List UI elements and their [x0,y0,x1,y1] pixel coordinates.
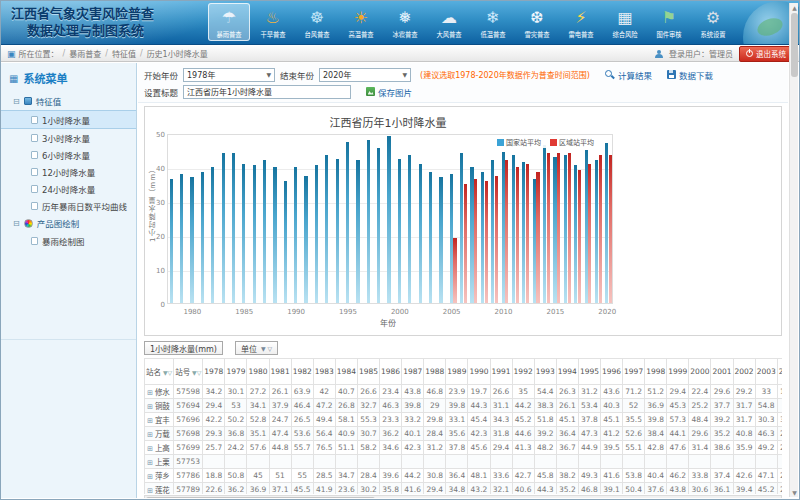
toolbar-item-暴雨普查[interactable]: ☂暴雨普查 [208,3,250,41]
column-header-year[interactable]: 1998 [645,359,667,385]
expand-icon[interactable]: ⊞ [147,431,153,439]
expand-icon[interactable]: ⊞ [147,487,153,494]
column-header-year[interactable]: 1979 [225,359,247,385]
value-cell: 50.4 [623,483,645,495]
sort-filter-icon[interactable]: ▼▽ [161,369,172,376]
column-header-year[interactable]: 1981 [269,359,291,385]
chart-title-input[interactable]: 江西省历年1小时降水量 [183,85,351,99]
chart-bar [553,157,556,303]
scroll-up-arrow-icon[interactable]: ▲ [790,3,799,12]
column-header-year[interactable]: 1997 [623,359,645,385]
column-header-year[interactable]: 1989 [446,359,468,385]
column-header-year[interactable]: 2003 [755,359,777,385]
value-cell: 23.6 [335,483,357,495]
value-cell: 39.2 [777,413,782,427]
toolbar-item-台风普查[interactable]: ☸台风普查 [296,3,338,41]
y-tick-label: 30 [151,199,165,207]
column-header-year[interactable]: 2002 [733,359,755,385]
expand-icon[interactable]: ⊞ [147,459,153,467]
column-header-year[interactable]: 1983 [313,359,335,385]
save-image-button[interactable]: 保存图片 [366,86,412,98]
column-header-站号[interactable]: 站号 ▼▽ [174,359,203,385]
value-cell: 25 [777,399,782,413]
breadcrumb-label: 所在位置： [19,48,59,59]
column-header-year[interactable]: 1988 [424,359,446,385]
toolbar-item-冰雹普查[interactable]: ❅冰雹普查 [384,3,426,41]
vertical-scrollbar-thumb[interactable] [791,13,798,77]
sidebar-group-产品图绘制[interactable]: ⊟产品图绘制 [1,214,136,232]
value-cell [578,455,600,469]
column-header-year[interactable]: 1994 [556,359,578,385]
station-name-cell: ⊞上高 [145,441,174,455]
value-cell: 29.4 [667,385,689,399]
chart-bar [387,136,390,303]
sidebar-item-12小时降水量[interactable]: 12小时降水量 [1,163,136,180]
column-header-year[interactable]: 1993 [534,359,556,385]
column-header-year[interactable]: 2000 [689,359,711,385]
column-header-year[interactable]: 1992 [512,359,534,385]
sidebar-item-历年暴雨日数平均曲线[interactable]: 历年暴雨日数平均曲线 [1,197,136,214]
sidebar-tree: ⊟特征值1小时降水量3小时降水量6小时降水量12小时降水量24小时降水量历年暴雨… [1,92,136,249]
column-header-year[interactable]: 1984 [335,359,357,385]
column-header-year[interactable]: 2004 [777,359,782,385]
expand-icon[interactable]: ⊞ [147,389,153,397]
column-header-year[interactable]: 1982 [291,359,313,385]
toolbar-item-低温普查[interactable]: ❄低温普查 [472,3,514,41]
horizontal-scrollbar[interactable] [144,495,782,498]
scroll-down-arrow-icon[interactable]: ▼ [790,488,799,497]
sidebar-item-暴雨绘制图[interactable]: 暴雨绘制图 [1,232,136,249]
tree-toggle-icon[interactable]: ⊟ [13,219,20,228]
download-button[interactable]: 数据下载 [667,69,713,81]
sidebar-item-1小时降水量[interactable]: 1小时降水量 [1,110,136,129]
column-header-year[interactable]: 1990 [468,359,490,385]
column-header-year[interactable]: 1991 [490,359,512,385]
sidebar-group-特征值[interactable]: ⊟特征值 [1,92,136,110]
end-year-select[interactable]: 2020年 ▼ [319,68,411,82]
column-header-year[interactable]: 1999 [667,359,689,385]
breadcrumb-item-1[interactable]: 暴雨普查 [69,48,101,59]
sidebar-item-6小时降水量[interactable]: 6小时降水量 [1,146,136,163]
x-tick-label: 2020 [594,308,620,316]
value-cell: 28.5 [313,469,335,483]
toolbar-item-干旱普查[interactable]: ♨干旱普查 [252,3,294,41]
toolbar-item-雷电普查[interactable]: ⚡雷电普查 [560,3,602,41]
toolbar-item-雪灾普查[interactable]: ❆雪灾普查 [516,3,558,41]
value-cell: 33.1 [446,413,468,427]
unit-combo[interactable]: 单位 ▼ ▽ [235,341,278,355]
column-header-year[interactable]: 2001 [711,359,733,385]
toolbar-item-图件审核[interactable]: ⚑图件审核 [648,3,690,41]
calculate-button[interactable]: 计算结果 [605,69,652,81]
breadcrumb-item-2[interactable]: 特征值 [112,48,136,59]
sidebar-item-3小时降水量[interactable]: 3小时降水量 [1,129,136,146]
toolbar-item-综合风险[interactable]: ▦综合风险 [604,3,646,41]
value-cell: 38.6 [711,441,733,455]
column-header-year[interactable]: 1985 [357,359,379,385]
toolbar-item-系统设置[interactable]: ⚙系统设置 [692,3,734,41]
value-cell: 47.4 [269,427,291,441]
column-header-year[interactable]: 1995 [578,359,600,385]
expand-icon[interactable]: ⊞ [147,473,153,481]
column-header-year[interactable]: 1978 [203,359,225,385]
column-header-year[interactable]: 1987 [402,359,424,385]
horizontal-scrollbar-thumb[interactable] [146,497,375,498]
column-header-year[interactable]: 1980 [247,359,269,385]
column-header-year[interactable]: 1986 [380,359,402,385]
expand-icon[interactable]: ⊞ [147,403,153,411]
value-cell: 34.6 [380,441,402,455]
breadcrumb-item-3[interactable]: 历史1小时降水量 [147,48,208,59]
value-cell: 29.4 [203,399,225,413]
vertical-scrollbar[interactable]: ▲ ▼ [789,3,798,497]
toolbar-item-大风普查[interactable]: ☁大风普查 [428,3,470,41]
sidebar-item-24小时降水量[interactable]: 24小时降水量 [1,180,136,197]
column-header-year[interactable]: 1996 [600,359,622,385]
toolbar-item-高温普查[interactable]: ☀高温普查 [340,3,382,41]
logout-button[interactable]: 退出系统 [739,46,793,62]
tree-toggle-icon[interactable]: ⊟ [13,97,20,106]
sort-filter-icon[interactable]: ▼▽ [190,369,201,376]
start-year-select[interactable]: 1978年 ▼ [183,68,275,82]
expand-icon[interactable]: ⊞ [147,445,153,453]
value-type-combo[interactable]: 1小时降水量(mm) [144,341,223,355]
column-header-站名[interactable]: 站名 ▼▽ [145,359,174,385]
value-cell: 49.2 [755,441,777,455]
expand-icon[interactable]: ⊞ [147,417,153,425]
